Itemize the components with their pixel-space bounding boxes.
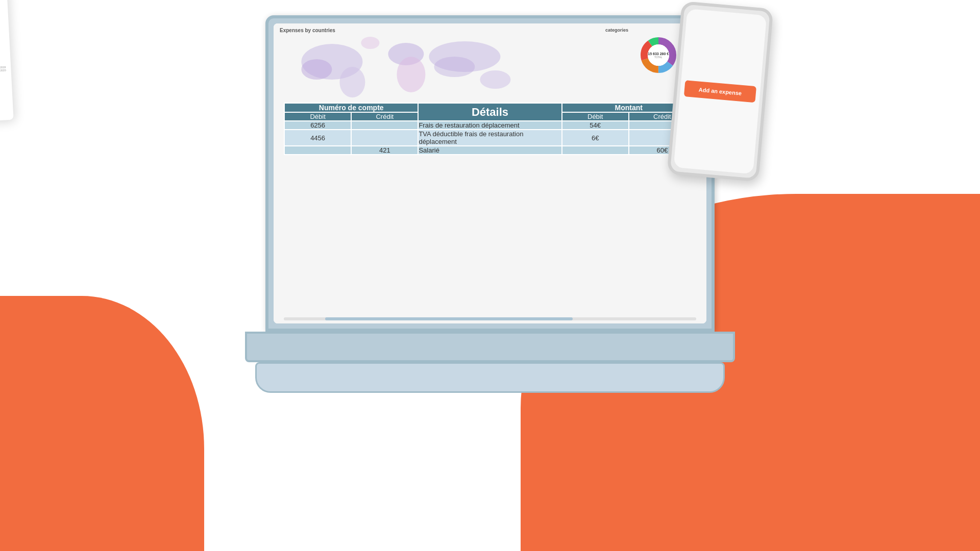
row1-debit-account: 6256 bbox=[284, 121, 351, 130]
scrollbar[interactable] bbox=[284, 317, 696, 320]
col1-sub2: Crédit bbox=[351, 112, 418, 121]
table-row: 6256 Frais de restauration déplacement 5… bbox=[284, 121, 696, 130]
row1-credit-account bbox=[351, 121, 418, 130]
accounting-table: Numéro de compte Détails Montant Débit C… bbox=[284, 103, 696, 155]
row3-details: Salarié bbox=[418, 146, 561, 155]
donut-chart-container: 15 633 280 € TOTAL bbox=[638, 35, 679, 76]
row3-credit-account: 421 bbox=[351, 146, 418, 155]
row1-debit-amount: 54€ bbox=[562, 121, 629, 130]
accounting-table-container: Numéro de compte Détails Montant Débit C… bbox=[284, 103, 696, 313]
row3-debit-amount bbox=[562, 146, 629, 155]
left-stat-card: % of Rejected Expense 7,2% July, 20 bbox=[0, 0, 14, 125]
rejected-title: % of Rejected Expense bbox=[0, 0, 2, 2]
add-expense-button[interactable]: Add an expense bbox=[684, 80, 756, 103]
phone-body: Add an expense bbox=[667, 1, 773, 182]
svg-point-12 bbox=[480, 70, 510, 89]
background-blob-left bbox=[0, 296, 204, 551]
date-labels-2: January 2020 April 2020 bbox=[0, 68, 6, 76]
table-row: 421 Salarié 60€ bbox=[284, 146, 696, 155]
row2-debit-account: 4456 bbox=[284, 130, 351, 146]
svg-point-6 bbox=[301, 59, 332, 80]
col1-header: Numéro de compte bbox=[284, 103, 418, 112]
world-map-area bbox=[279, 34, 538, 100]
laptop-screen-inner: Expenses by countries bbox=[274, 23, 706, 323]
table-row: 4456 TVA déductible frais de restauratio… bbox=[284, 130, 696, 146]
col3-sub1: Débit bbox=[562, 112, 629, 121]
laptop-bottom bbox=[255, 362, 725, 393]
svg-point-19 bbox=[648, 44, 669, 66]
details-header: Détails bbox=[418, 103, 561, 121]
categories-title: categories bbox=[605, 28, 628, 33]
row2-credit-account bbox=[351, 130, 418, 146]
row3-debit-account bbox=[284, 146, 351, 155]
laptop-base bbox=[245, 332, 735, 362]
svg-point-9 bbox=[397, 57, 425, 92]
phone: Add an expense bbox=[666, 1, 784, 193]
svg-point-11 bbox=[434, 57, 475, 77]
row2-debit-amount: 6€ bbox=[562, 130, 629, 146]
row1-details: Frais de restauration déplacement bbox=[418, 121, 561, 130]
laptop-screen-outer: Expenses by countries bbox=[265, 15, 715, 332]
scrollbar-thumb[interactable] bbox=[325, 317, 573, 320]
col1-sub1: Débit bbox=[284, 112, 351, 121]
svg-point-13 bbox=[361, 37, 379, 49]
phone-screen: Add an expense bbox=[674, 9, 767, 174]
screen-content: Expenses by countries bbox=[274, 23, 706, 323]
svg-point-7 bbox=[339, 67, 365, 97]
row2-details: TVA déductible frais de restauration dép… bbox=[418, 130, 561, 146]
laptop: Expenses by countries bbox=[245, 15, 735, 413]
